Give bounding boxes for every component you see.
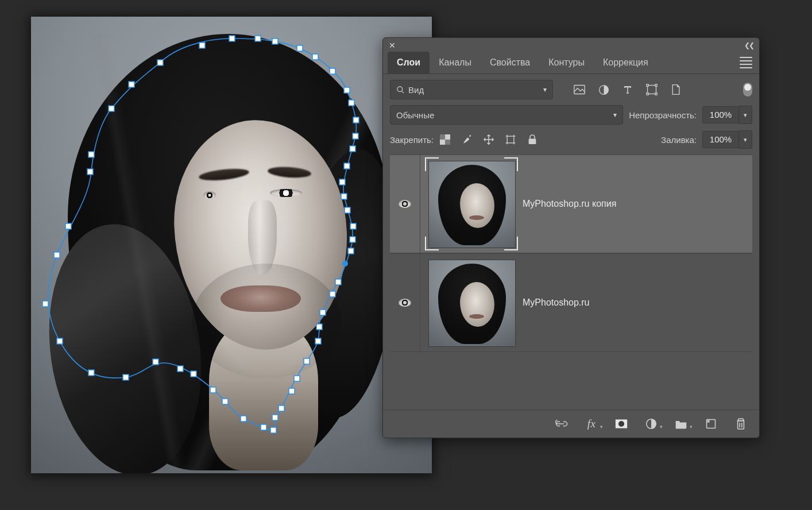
lock-all-icon[interactable] — [527, 134, 538, 145]
delete-layer-icon[interactable] — [734, 417, 748, 431]
opacity-label: Непрозрачность: — [629, 110, 697, 120]
layers-panel: ✕ ❮❮ Слои Каналы Свойства Контуры Коррек… — [382, 37, 760, 438]
layer-filter-select[interactable]: Вид ▾ — [390, 80, 553, 99]
svg-rect-60 — [445, 140, 450, 145]
tab-layers[interactable]: Слои — [388, 52, 430, 74]
blend-mode-value: Обычные — [396, 110, 434, 120]
adjustment-filter-icon[interactable] — [598, 84, 609, 95]
lock-transparency-icon[interactable] — [439, 134, 451, 145]
chevron-down-icon: ▾ — [613, 111, 617, 119]
document-content — [31, 17, 432, 473]
eye-icon — [399, 200, 411, 208]
fx-icon[interactable]: fx▾ — [585, 417, 598, 431]
svg-point-64 — [403, 301, 407, 304]
layer-name[interactable]: MyPhotoshop.ru — [523, 298, 590, 308]
tab-properties[interactable]: Свойства — [481, 52, 539, 74]
layer-name[interactable]: MyPhotoshop.ru копия — [523, 199, 616, 209]
svg-rect-61 — [507, 136, 514, 143]
lock-position-icon[interactable] — [483, 134, 494, 145]
opacity-input[interactable]: 100% — [702, 106, 739, 123]
close-icon[interactable]: ✕ — [389, 41, 397, 49]
layer-row[interactable]: MyPhotoshop.ru — [390, 253, 752, 352]
svg-rect-56 — [647, 93, 648, 95]
panel-footer: fx▾ ▾ ▾ — [383, 409, 759, 438]
link-layers-icon[interactable] — [555, 417, 569, 431]
panel-menu-icon[interactable] — [740, 56, 752, 69]
layer-row[interactable]: MyPhotoshop.ru копия — [390, 154, 752, 253]
blend-mode-select[interactable]: Обычные ▾ — [390, 105, 623, 125]
svg-point-63 — [403, 202, 407, 206]
tab-channels[interactable]: Каналы — [430, 52, 481, 74]
filter-toggle[interactable] — [743, 83, 752, 96]
panel-tabs: Слои Каналы Свойства Контуры Коррекция — [383, 52, 759, 74]
tab-paths[interactable]: Контуры — [539, 52, 594, 74]
type-filter-icon[interactable] — [622, 84, 633, 95]
fill-label: Заливка: — [661, 135, 697, 145]
svg-rect-59 — [440, 134, 445, 140]
add-mask-icon[interactable] — [614, 417, 628, 431]
adjustment-layer-icon[interactable]: ▾ — [644, 417, 658, 431]
svg-rect-54 — [647, 84, 648, 86]
svg-line-50 — [401, 91, 404, 93]
filter-type-icons — [574, 84, 682, 95]
svg-rect-70 — [738, 421, 744, 429]
svg-rect-55 — [655, 84, 657, 86]
image-filter-icon[interactable] — [574, 84, 585, 95]
group-icon[interactable]: ▾ — [674, 417, 688, 431]
visibility-toggle[interactable] — [390, 254, 420, 351]
svg-point-49 — [397, 86, 403, 91]
layers-list: MyPhotoshop.ru копия MyPhotoshop.ru — [390, 154, 752, 352]
svg-rect-57 — [655, 93, 657, 95]
shape-filter-icon[interactable] — [646, 84, 658, 95]
svg-point-67 — [618, 421, 624, 427]
lock-paint-icon[interactable] — [461, 134, 473, 145]
svg-rect-62 — [529, 138, 536, 144]
document-canvas[interactable] — [31, 17, 432, 473]
search-icon — [396, 86, 405, 94]
fill-input[interactable]: 100% — [702, 131, 739, 148]
workspace: ✕ ❮❮ Слои Каналы Свойства Контуры Коррек… — [0, 0, 812, 510]
fill-chevron[interactable]: ▾ — [739, 130, 752, 149]
lock-label: Закрепить: — [390, 135, 434, 145]
visibility-toggle[interactable] — [390, 155, 420, 253]
opacity-chevron[interactable]: ▾ — [739, 106, 752, 124]
panel-header: ✕ ❮❮ — [383, 38, 759, 52]
layer-thumbnail[interactable] — [428, 260, 515, 346]
tab-adjustments[interactable]: Коррекция — [594, 52, 658, 74]
layer-thumbnail[interactable] — [428, 161, 515, 247]
lock-artboard-icon[interactable] — [505, 134, 516, 145]
smartobject-filter-icon[interactable] — [670, 84, 682, 95]
chevron-down-icon: ▾ — [543, 86, 547, 94]
layer-filter-value: Вид — [408, 85, 424, 95]
eye-icon — [399, 299, 411, 307]
collapse-icon[interactable]: ❮❮ — [744, 41, 753, 49]
new-layer-icon[interactable] — [704, 417, 718, 431]
